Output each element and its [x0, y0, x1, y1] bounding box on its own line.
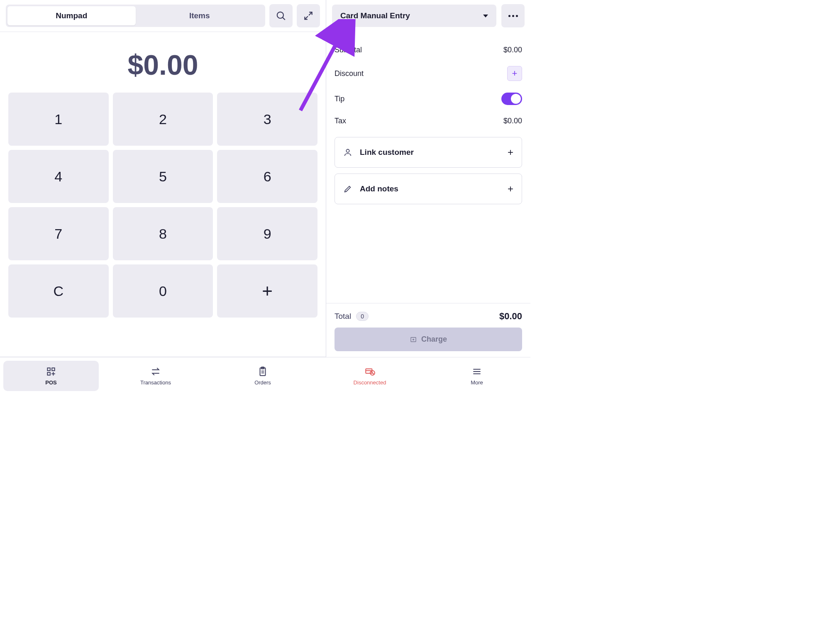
svg-rect-6	[47, 368, 50, 371]
nav-more[interactable]: More	[423, 357, 530, 394]
tip-row: Tip	[335, 87, 522, 111]
tip-toggle[interactable]	[501, 93, 522, 105]
total-label: Total	[335, 312, 351, 321]
subtotal-row: Subtotal $0.00	[335, 40, 522, 60]
plus-icon: +	[508, 147, 513, 158]
checkout-summary: Subtotal $0.00 Discount + Tip Tax $0.00	[326, 32, 530, 303]
numpad-3[interactable]: 3	[217, 93, 317, 146]
numpad-9[interactable]: 9	[217, 207, 317, 260]
discount-label: Discount	[335, 69, 364, 78]
pencil-icon	[343, 184, 352, 193]
payment-method-dropdown[interactable]: Card Manual Entry	[332, 5, 496, 27]
charge-icon	[410, 336, 417, 343]
nav-disconnected-label: Disconnected	[354, 379, 386, 386]
chevron-down-icon	[483, 15, 488, 17]
search-button[interactable]	[269, 4, 293, 27]
numpad-plus[interactable]: +	[217, 264, 317, 318]
svg-point-0	[277, 12, 283, 18]
nav-reader-status[interactable]: Disconnected	[316, 357, 423, 394]
search-icon	[276, 10, 286, 21]
nav-pos-label: POS	[45, 379, 56, 386]
numpad: 1 2 3 4 5 6 7 8 9 C 0 +	[0, 93, 326, 326]
more-options-button[interactable]	[501, 4, 525, 27]
subtotal-label: Subtotal	[335, 46, 362, 54]
numpad-0[interactable]: 0	[113, 264, 213, 318]
amount-display: $0.00	[0, 32, 326, 93]
person-icon	[343, 148, 352, 157]
numpad-clear[interactable]: C	[8, 264, 109, 318]
nav-transactions-label: Transactions	[140, 379, 171, 386]
payment-method-label: Card Manual Entry	[340, 11, 410, 20]
svg-line-3	[305, 16, 308, 20]
swap-icon	[150, 366, 161, 377]
dots-icon	[508, 15, 510, 17]
plus-icon: +	[508, 183, 513, 195]
svg-line-1	[283, 17, 285, 20]
link-customer-label: Link customer	[360, 148, 500, 157]
total-value: $0.00	[499, 311, 522, 322]
tab-numpad[interactable]: Numpad	[7, 6, 136, 25]
numpad-4[interactable]: 4	[8, 150, 109, 203]
tax-value: $0.00	[503, 117, 522, 125]
grid-icon	[46, 366, 56, 377]
item-count-badge: 0	[356, 312, 369, 321]
add-notes-label: Add notes	[360, 184, 500, 193]
nav-orders[interactable]: Orders	[209, 357, 316, 394]
charge-label: Charge	[421, 335, 447, 344]
nav-orders-label: Orders	[254, 379, 271, 386]
expand-button[interactable]	[297, 4, 320, 27]
clipboard-icon	[257, 366, 268, 377]
card-error-icon	[364, 366, 375, 377]
topbar-right: Card Manual Entry	[326, 0, 530, 32]
tax-row: Tax $0.00	[335, 111, 522, 131]
svg-rect-7	[52, 368, 55, 371]
numpad-6[interactable]: 6	[217, 150, 317, 203]
numpad-5[interactable]: 5	[113, 150, 213, 203]
svg-point-4	[346, 149, 349, 152]
numpad-1[interactable]: 1	[8, 93, 109, 146]
tip-label: Tip	[335, 95, 344, 103]
numpad-7[interactable]: 7	[8, 207, 109, 260]
expand-icon	[303, 10, 314, 21]
bottom-nav: POS Transactions Orders Disconnected Mor…	[0, 357, 530, 394]
subtotal-value: $0.00	[503, 46, 522, 54]
svg-rect-8	[47, 372, 50, 375]
tab-items[interactable]: Items	[136, 6, 264, 25]
add-notes-button[interactable]: Add notes +	[335, 174, 522, 204]
total-row: Total 0 $0.00	[335, 311, 522, 322]
nav-pos[interactable]: POS	[3, 361, 99, 391]
topbar-left: Numpad Items	[0, 0, 326, 32]
tax-label: Tax	[335, 117, 346, 125]
numpad-8[interactable]: 8	[113, 207, 213, 260]
svg-line-18	[371, 372, 374, 374]
menu-icon	[471, 366, 482, 377]
discount-row: Discount +	[335, 60, 522, 87]
charge-button[interactable]: Charge	[335, 328, 522, 351]
add-discount-button[interactable]: +	[507, 66, 522, 81]
nav-more-label: More	[471, 379, 483, 386]
nav-transactions[interactable]: Transactions	[102, 357, 209, 394]
total-area: Total 0 $0.00 Charge	[326, 303, 530, 357]
link-customer-button[interactable]: Link customer +	[335, 137, 522, 168]
svg-line-2	[309, 12, 312, 15]
view-segmented-control: Numpad Items	[6, 5, 265, 27]
numpad-2[interactable]: 2	[113, 93, 213, 146]
